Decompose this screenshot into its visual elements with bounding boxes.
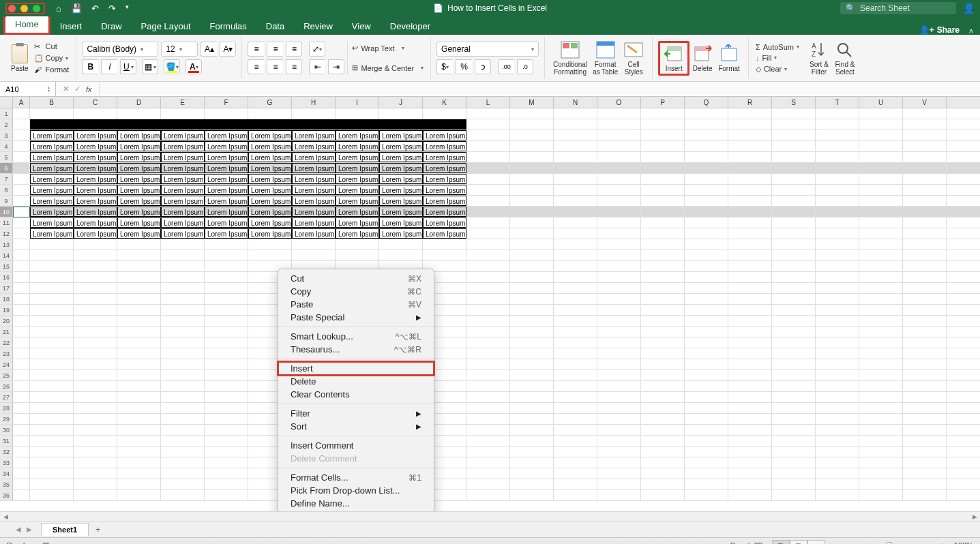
cell[interactable] <box>903 447 947 457</box>
cell[interactable] <box>859 283 903 293</box>
cell[interactable]: Lorem Ipsum <box>379 185 423 195</box>
cell[interactable] <box>205 316 248 326</box>
cell[interactable] <box>685 425 728 435</box>
cell[interactable] <box>161 272 205 282</box>
row-header[interactable]: 27 <box>0 392 13 402</box>
menu-format-cells[interactable]: Format Cells...⌘1 <box>278 471 434 484</box>
zoom-level[interactable]: 100% <box>954 541 973 545</box>
align-center-button[interactable]: ≡ <box>267 59 283 74</box>
cell[interactable] <box>597 130 641 140</box>
cell[interactable] <box>903 370 947 380</box>
col-header[interactable]: L <box>466 97 510 108</box>
search-sheet-input[interactable]: 🔍 Search Sheet <box>840 2 956 14</box>
cell[interactable]: Lorem Ipsum <box>423 130 466 140</box>
col-header[interactable]: T <box>816 97 859 108</box>
cell[interactable]: Lorem Ipsum <box>379 196 423 206</box>
cell[interactable] <box>292 250 336 260</box>
font-color-button[interactable]: A▾ <box>185 59 202 74</box>
cell[interactable] <box>13 130 30 140</box>
cell[interactable] <box>728 337 772 348</box>
cell[interactable] <box>74 337 117 348</box>
cell[interactable] <box>466 130 510 140</box>
cell[interactable] <box>161 414 205 424</box>
cell[interactable] <box>117 436 161 446</box>
cell[interactable] <box>510 196 554 206</box>
cell[interactable] <box>597 490 641 500</box>
cell[interactable] <box>30 250 74 260</box>
cell[interactable] <box>641 141 685 151</box>
cell[interactable] <box>772 479 816 489</box>
align-bottom-button[interactable]: ≡ <box>286 42 302 57</box>
cell[interactable] <box>205 414 248 424</box>
cell[interactable] <box>641 239 685 250</box>
cell[interactable] <box>510 272 554 282</box>
cell[interactable] <box>903 228 947 239</box>
cell[interactable] <box>641 196 685 206</box>
cell[interactable]: Lorem Ipsum <box>248 207 292 217</box>
cell[interactable] <box>117 468 161 479</box>
cell[interactable] <box>772 185 816 195</box>
add-sheet-button[interactable]: + <box>89 522 108 537</box>
cell[interactable] <box>205 425 248 435</box>
row-header[interactable]: 12 <box>0 228 13 239</box>
cell[interactable] <box>816 436 859 446</box>
cell[interactable] <box>30 436 74 446</box>
cell[interactable] <box>74 403 117 413</box>
row-header[interactable]: 16 <box>0 272 13 282</box>
cell[interactable] <box>13 108 30 119</box>
cell[interactable] <box>554 490 597 500</box>
row-header[interactable]: 36 <box>0 490 13 500</box>
cell[interactable] <box>685 207 728 217</box>
cancel-formula-icon[interactable]: ✕ <box>63 85 69 93</box>
cell[interactable] <box>859 217 903 228</box>
row-header[interactable]: 21 <box>0 327 13 337</box>
cell[interactable] <box>728 130 772 140</box>
cell[interactable]: Lorem Ipsum <box>74 217 117 228</box>
cell[interactable] <box>30 316 74 326</box>
cell[interactable] <box>641 174 685 184</box>
cell[interactable] <box>772 348 816 359</box>
cell[interactable] <box>685 108 728 119</box>
col-header[interactable]: V <box>903 97 947 108</box>
cell[interactable] <box>728 370 772 380</box>
cell[interactable] <box>641 108 685 119</box>
cell[interactable] <box>903 348 947 359</box>
cell[interactable] <box>903 294 947 304</box>
cell[interactable] <box>161 119 205 130</box>
cell[interactable] <box>685 152 728 162</box>
format-cells-button[interactable]: Format <box>715 44 743 72</box>
row-header[interactable]: 34 <box>0 468 13 479</box>
menu-paste[interactable]: Paste⌘V <box>278 298 434 311</box>
select-all-corner[interactable] <box>0 97 13 108</box>
cell[interactable] <box>816 414 859 424</box>
cell[interactable] <box>13 457 30 468</box>
merge-center-button[interactable]: ⊞Merge & Center▾ <box>351 63 425 73</box>
cell[interactable] <box>336 250 379 260</box>
cell[interactable] <box>554 174 597 184</box>
cell[interactable] <box>161 392 205 402</box>
cell[interactable] <box>161 370 205 380</box>
col-header[interactable]: F <box>205 97 248 108</box>
cell[interactable] <box>903 316 947 326</box>
cell[interactable] <box>117 239 161 250</box>
cell[interactable] <box>13 239 30 250</box>
collapse-ribbon-icon[interactable]: ʌ <box>969 27 973 34</box>
cell[interactable] <box>772 250 816 260</box>
cell[interactable] <box>859 174 903 184</box>
cell[interactable] <box>205 294 248 304</box>
row-header[interactable]: 4 <box>0 141 13 151</box>
cell[interactable] <box>728 490 772 500</box>
cell[interactable] <box>816 425 859 435</box>
undo-icon[interactable]: ↶ <box>91 3 99 14</box>
cell[interactable] <box>859 392 903 402</box>
cell[interactable]: Lorem Ipsum <box>423 207 466 217</box>
cell[interactable] <box>641 305 685 315</box>
cell[interactable] <box>772 119 816 130</box>
cell[interactable] <box>205 348 248 359</box>
cell[interactable]: Lorem Ipsum <box>205 207 248 217</box>
cell[interactable] <box>597 239 641 250</box>
cell[interactable] <box>728 250 772 260</box>
cell[interactable] <box>13 425 30 435</box>
cell[interactable] <box>772 152 816 162</box>
cell[interactable] <box>772 370 816 380</box>
